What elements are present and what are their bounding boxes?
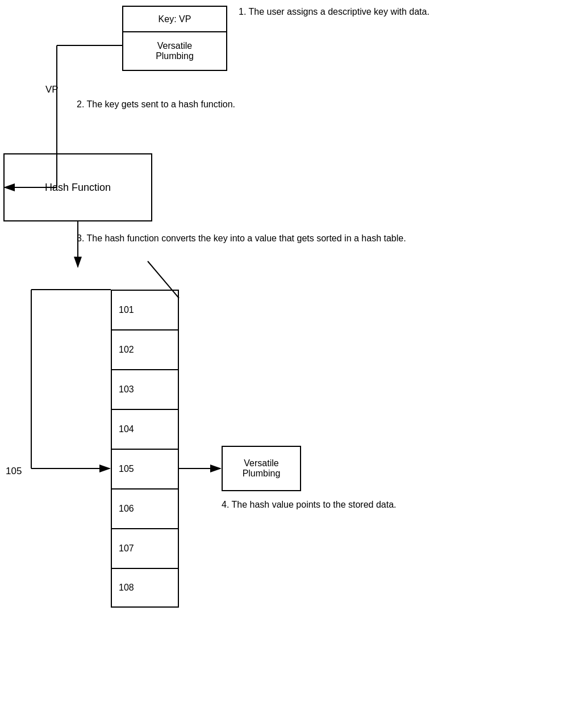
step2-label: 2. The key gets sent to a hash function. <box>77 99 235 110</box>
key-label: Key: VP <box>159 14 191 24</box>
hash-row-102: 102 <box>111 329 179 369</box>
key-box-top: Key: VP <box>122 6 227 31</box>
step3-label: 3. The hash function converts the key in… <box>77 232 406 245</box>
hash-row-106: 106 <box>111 488 179 528</box>
hash-function-box: Hash Function <box>3 153 152 221</box>
num-label: 105 <box>6 466 22 477</box>
hash-row-105: 105 <box>111 449 179 488</box>
vp-label: VP <box>45 84 59 95</box>
hash-row-101: 101 <box>111 290 179 329</box>
step1-label: 1. The user assigns a descriptive key wi… <box>239 6 534 18</box>
data-box: Versatile Plumbing <box>222 446 301 491</box>
hash-function-label: Hash Function <box>45 182 111 194</box>
hash-row-108: 108 <box>111 568 179 608</box>
key-box-bottom: Versatile Plumbing <box>122 31 227 71</box>
hash-row-107: 107 <box>111 528 179 568</box>
diagram: Key: VP Versatile Plumbing 1. The user a… <box>0 0 563 728</box>
step4-label: 4. The hash value points to the stored d… <box>222 500 528 510</box>
hash-row-104: 104 <box>111 409 179 449</box>
hash-row-103: 103 <box>111 369 179 409</box>
key-value: Versatile Plumbing <box>156 41 194 61</box>
data-box-label: Versatile Plumbing <box>243 458 281 479</box>
